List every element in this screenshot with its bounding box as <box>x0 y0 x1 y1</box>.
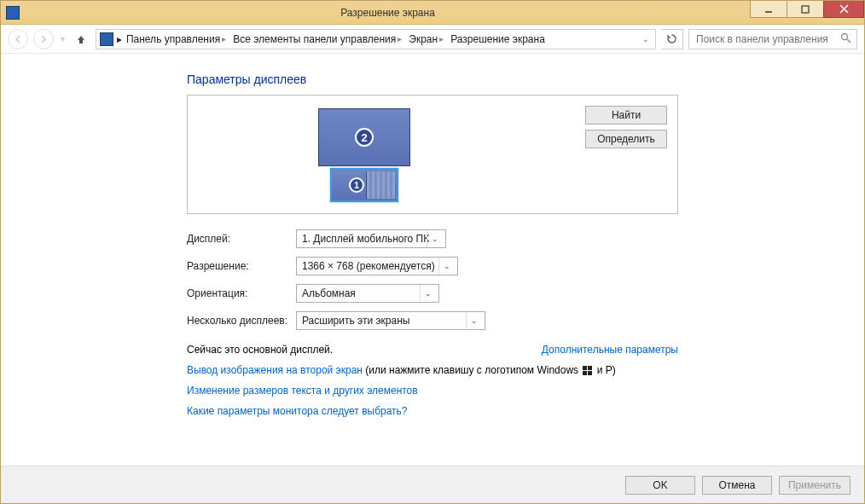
search-box[interactable] <box>688 29 857 49</box>
history-dropdown-icon[interactable]: ▼ <box>59 35 67 43</box>
window-frame: Разрешение экрана ▼ ▸ Панель управл <box>0 0 865 504</box>
monitor-number: 1 <box>349 177 364 193</box>
display-select[interactable]: 1. Дисплей мобильного ПК ⌄ <box>296 229 446 248</box>
chevron-down-icon: ⌄ <box>427 230 442 247</box>
project-link[interactable]: Вывод изображения на второй экран <box>187 364 363 376</box>
chevron-down-icon: ⌄ <box>438 258 454 275</box>
laptop-keyboard-icon <box>366 171 395 199</box>
resolution-label: Разрешение: <box>187 260 296 272</box>
select-value: Расширить эти экраны <box>302 315 409 327</box>
back-button[interactable] <box>8 29 28 49</box>
orientation-select[interactable]: Альбомная ⌄ <box>296 284 439 303</box>
chevron-right-icon[interactable]: ▸ <box>439 34 444 43</box>
refresh-button[interactable] <box>661 29 683 49</box>
multi-display-label: Несколько дисплеев: <box>187 315 296 327</box>
apply-button[interactable]: Применить <box>779 476 850 495</box>
which-settings-link[interactable]: Какие параметры монитора следует выбрать… <box>187 405 678 417</box>
chevron-right-icon[interactable]: ▸ <box>398 34 402 43</box>
chevron-right-icon[interactable]: ▸ <box>117 33 122 45</box>
chevron-down-icon: ⌄ <box>420 285 435 302</box>
cancel-button[interactable]: Отмена <box>702 476 772 495</box>
svg-line-5 <box>847 39 850 43</box>
breadcrumb-item[interactable]: Все элементы панели управления▸ <box>230 33 404 45</box>
select-value: Альбомная <box>302 287 356 299</box>
svg-point-4 <box>842 33 848 39</box>
breadcrumb-item[interactable]: Разрешение экрана <box>448 33 548 45</box>
identify-button[interactable]: Определить <box>585 130 667 148</box>
multi-display-select[interactable]: Расширить эти экраны ⌄ <box>296 311 485 330</box>
monitor-number: 2 <box>355 128 374 147</box>
forward-button[interactable] <box>33 29 54 49</box>
project-hint-1: (или нажмите клавишу с логотипом Windows <box>363 364 581 376</box>
monitor-2[interactable]: 2 <box>318 108 410 166</box>
display-arrangement[interactable]: 2 1 <box>188 96 541 213</box>
find-button[interactable]: Найти <box>585 106 667 125</box>
windows-logo-icon <box>583 366 592 375</box>
breadcrumb-bar[interactable]: ▸ Панель управления▸ Все элементы панели… <box>96 29 656 49</box>
display-label: Дисплей: <box>187 233 296 245</box>
navbar: ▼ ▸ Панель управления▸ Все элементы пане… <box>1 25 864 54</box>
minimize-button[interactable] <box>750 1 787 18</box>
settings-form: Дисплей: 1. Дисплей мобильного ПК ⌄ Разр… <box>187 229 678 330</box>
ok-button[interactable]: OK <box>625 476 695 495</box>
resize-text-link[interactable]: Изменение размеров текста и других элеме… <box>187 385 678 397</box>
titlebar[interactable]: Разрешение экрана <box>1 1 864 25</box>
orientation-label: Ориентация: <box>187 287 296 299</box>
app-icon <box>6 6 20 20</box>
search-input[interactable] <box>694 32 851 46</box>
search-icon[interactable] <box>840 32 851 46</box>
svg-rect-1 <box>802 6 809 13</box>
advanced-settings-link[interactable]: Дополнительные параметры <box>542 344 678 356</box>
content-area: Параметры дисплеев 2 1 Найти <box>1 54 864 466</box>
address-dropdown-icon[interactable]: ⌄ <box>638 32 653 47</box>
project-hint-2: и P) <box>594 364 615 376</box>
select-value: 1366 × 768 (рекомендуется) <box>302 260 435 272</box>
primary-display-note: Сейчас это основной дисплей. <box>187 344 333 356</box>
breadcrumb-item[interactable]: Экран▸ <box>406 33 446 45</box>
chevron-right-icon[interactable]: ▸ <box>222 34 226 43</box>
resolution-select[interactable]: 1366 × 768 (рекомендуется) ⌄ <box>296 257 458 275</box>
select-value: 1. Дисплей мобильного ПК <box>302 233 429 245</box>
display-preview: 2 1 Найти Определить <box>187 95 678 214</box>
maximize-button[interactable] <box>787 1 824 18</box>
close-button[interactable] <box>823 1 864 18</box>
window-title: Разрешение экрана <box>25 7 751 19</box>
page-heading: Параметры дисплеев <box>187 72 678 86</box>
up-button[interactable] <box>72 30 90 49</box>
dialog-footer: OK Отмена Применить <box>1 466 864 503</box>
chevron-down-icon: ⌄ <box>466 312 481 329</box>
monitor-1[interactable]: 1 <box>330 168 398 202</box>
control-panel-icon <box>100 32 113 46</box>
breadcrumb-item[interactable]: Панель управления▸ <box>124 33 229 45</box>
project-link-row: Вывод изображения на второй экран (или н… <box>187 364 678 376</box>
